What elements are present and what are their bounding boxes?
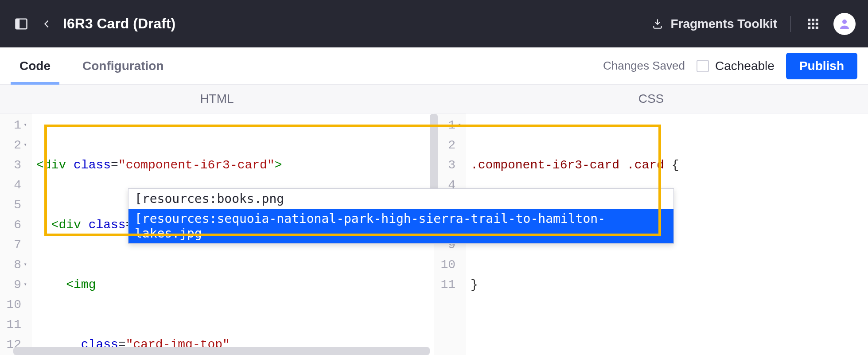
svg-rect-4 [816, 19, 818, 21]
fragments-toolkit-button[interactable]: Fragments Toolkit [652, 17, 777, 31]
cacheable-label: Cacheable [715, 59, 775, 73]
publish-button[interactable]: Publish [786, 53, 857, 79]
toolbar-tabs: Code Configuration [11, 47, 173, 84]
svg-rect-2 [808, 19, 810, 21]
autocomplete-item[interactable]: [resources:books.png [128, 189, 673, 209]
gutter-html: 1▾ 2▾ 3 4 5 6 7 8▾ 9▾ 10 11 12 [0, 113, 32, 355]
page-title: I6R3 Card (Draft) [63, 16, 175, 32]
fold-icon[interactable]: ▾ [23, 115, 27, 135]
fold-icon[interactable]: ▾ [23, 255, 27, 275]
editor-header-css: CSS [434, 85, 868, 113]
svg-rect-3 [812, 19, 814, 21]
fold-icon[interactable]: ▾ [23, 135, 27, 155]
apps-grid-icon[interactable] [804, 15, 822, 33]
autocomplete-popup[interactable]: [resources:books.png [resources:sequoia-… [128, 188, 674, 244]
horizontal-scrollbar[interactable] [13, 347, 430, 355]
toolbar-right: Changes Saved Cacheable Publish [603, 47, 857, 84]
status-text: Changes Saved [603, 59, 685, 73]
cacheable-checkbox[interactable]: Cacheable [697, 59, 775, 73]
editors: HTML 1▾ 2▾ 3 4 5 6 7 8▾ 9▾ 10 11 12 <div… [0, 85, 868, 355]
fragments-toolkit-label: Fragments Toolkit [670, 17, 777, 31]
toolbar: Code Configuration Changes Saved Cacheab… [0, 47, 868, 85]
svg-rect-10 [816, 26, 818, 29]
avatar[interactable] [833, 13, 856, 35]
svg-rect-7 [816, 23, 818, 25]
back-icon[interactable] [38, 15, 56, 33]
topbar-right: Fragments Toolkit [652, 13, 856, 35]
editor-header-html: HTML [0, 85, 434, 113]
tab-configuration[interactable]: Configuration [74, 47, 173, 84]
fold-icon[interactable]: ▾ [23, 275, 27, 295]
download-icon [652, 18, 663, 30]
checkbox-icon [697, 60, 709, 72]
svg-rect-5 [808, 23, 810, 25]
svg-rect-6 [812, 23, 814, 25]
fold-icon[interactable]: ▾ [457, 115, 462, 135]
tab-code[interactable]: Code [11, 47, 59, 84]
panel-toggle-icon[interactable] [12, 15, 30, 33]
svg-point-11 [842, 20, 847, 24]
separator [790, 16, 791, 32]
topbar: I6R3 Card (Draft) Fragments Toolkit [0, 0, 868, 47]
editor-html: HTML 1▾ 2▾ 3 4 5 6 7 8▾ 9▾ 10 11 12 <div… [0, 85, 434, 355]
svg-rect-1 [16, 19, 20, 29]
autocomplete-item-selected[interactable]: [resources:sequoia-national-park-high-si… [128, 209, 673, 243]
svg-rect-8 [808, 26, 810, 29]
svg-rect-9 [812, 26, 814, 29]
